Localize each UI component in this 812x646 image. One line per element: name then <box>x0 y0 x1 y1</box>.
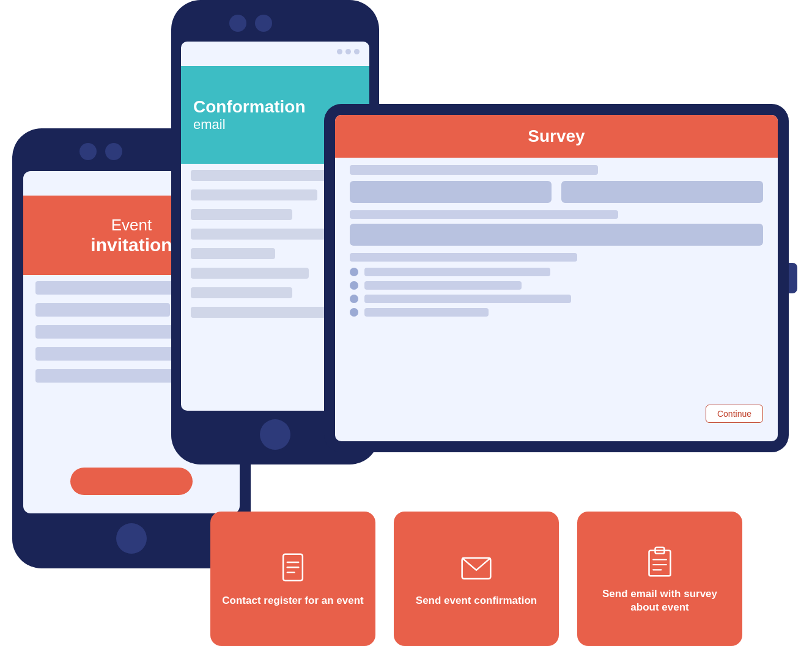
document-svg <box>278 553 308 584</box>
card-register-text: Contact register for an event <box>222 594 363 607</box>
bottom-cards-row: Contact register for an event Send event… <box>177 512 775 646</box>
phone-left-home-button[interactable] <box>116 523 147 554</box>
clipboard-icon <box>641 543 678 580</box>
camera-dot-left <box>79 143 97 160</box>
invitation-title-top: Event <box>111 216 152 235</box>
content-bar-2 <box>35 303 170 317</box>
survey-list-4 <box>350 308 763 317</box>
conformation-title: Conformation <box>193 97 306 117</box>
camera-dot-right <box>105 143 122 160</box>
phone-center-home-button[interactable] <box>260 419 290 450</box>
center-browser-dots <box>337 49 360 54</box>
survey-input-1[interactable] <box>350 181 552 203</box>
conf-bar-8 <box>191 307 326 318</box>
card-register[interactable]: Contact register for an event <box>210 512 375 646</box>
content-bar-4 <box>35 347 180 361</box>
survey-input-2[interactable] <box>561 181 763 203</box>
envelope-svg <box>461 553 492 584</box>
card-confirmation[interactable]: Send event confirmation <box>394 512 559 646</box>
document-icon <box>275 550 311 587</box>
envelope-icon <box>458 550 495 587</box>
continue-button[interactable]: Continue <box>706 405 763 423</box>
tablet-device: Survey <box>324 104 789 452</box>
survey-dot-4 <box>350 308 358 317</box>
survey-list-3 <box>350 295 763 303</box>
conf-bar-5 <box>191 248 275 259</box>
survey-dot-1 <box>350 268 358 276</box>
content-bar-1 <box>35 281 189 295</box>
conf-bar-2 <box>191 189 317 200</box>
conf-bar-6 <box>191 268 309 279</box>
card-survey-text: Send email with survey about event <box>587 587 733 614</box>
survey-list-bar-2 <box>364 281 522 290</box>
survey-list-bar-1 <box>364 268 550 276</box>
survey-text-2 <box>350 210 618 219</box>
continue-btn-wrap: Continue <box>706 405 763 423</box>
conf-bar-4 <box>191 229 326 240</box>
survey-title: Survey <box>528 127 585 146</box>
survey-list-bar-4 <box>364 308 489 317</box>
clipboard-svg <box>644 546 675 577</box>
conf-bar-7 <box>191 287 292 298</box>
card-survey[interactable]: Send email with survey about event <box>577 512 742 646</box>
scene: Event invitation Conformation email <box>0 0 812 646</box>
survey-text-3 <box>350 253 577 262</box>
conformation-subtitle: email <box>193 117 226 133</box>
tablet-screen: Survey <box>335 115 778 441</box>
survey-header: Survey <box>335 115 778 158</box>
survey-dot-3 <box>350 295 358 303</box>
survey-list-bar-3 <box>364 295 571 303</box>
survey-input-long[interactable] <box>350 224 763 246</box>
tablet-side-button[interactable] <box>789 263 797 293</box>
survey-text-1 <box>350 165 598 175</box>
survey-list-2 <box>350 281 763 290</box>
survey-dot-2 <box>350 281 358 290</box>
center-camera-right <box>255 15 272 32</box>
center-camera-left <box>229 15 246 32</box>
invitation-title-bold: invitation <box>90 235 172 255</box>
svg-rect-5 <box>649 551 671 576</box>
survey-content: Continue <box>350 165 763 429</box>
invitation-cta-button[interactable] <box>70 468 193 495</box>
survey-list-1 <box>350 268 763 276</box>
survey-input-row <box>350 181 763 203</box>
card-confirmation-text: Send event confirmation <box>416 594 537 607</box>
conf-bar-3 <box>191 209 292 220</box>
conf-bar-1 <box>191 170 342 181</box>
